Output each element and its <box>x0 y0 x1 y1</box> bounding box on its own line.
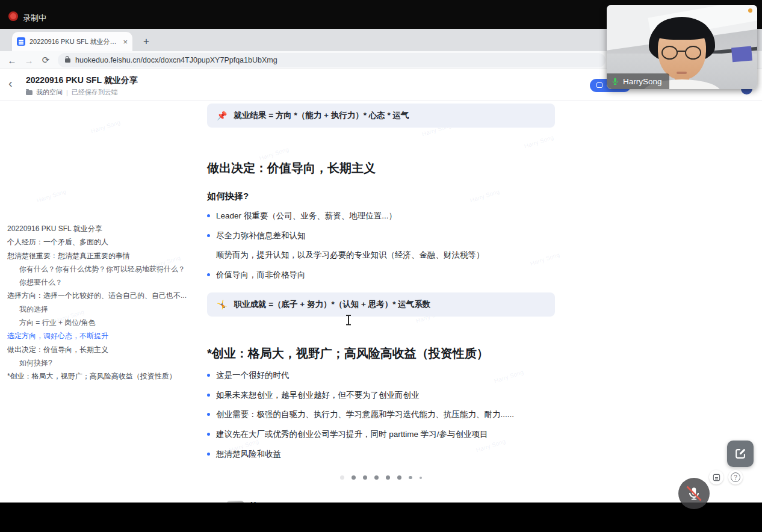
bottom-letterbox <box>0 503 762 532</box>
folder-icon <box>26 90 33 95</box>
mic-muted-icon <box>686 486 702 501</box>
bullet-item: Leader 很重要（公司、业务、薪资、地理位置...） <box>207 210 555 222</box>
new-tab-button[interactable]: + <box>138 34 154 49</box>
bullet-dot-icon <box>207 433 210 436</box>
bullet-dot-icon <box>207 234 210 237</box>
webcam-name: HarrySong <box>623 77 662 86</box>
reload-icon[interactable]: ⟳ <box>39 53 53 67</box>
doc-outline: 20220916 PKU SFL 就业分享 个人经历：一个矛盾、多面的人 想清楚… <box>7 222 201 383</box>
outline-item[interactable]: 20220916 PKU SFL 就业分享 <box>7 222 201 235</box>
address-bar[interactable]: huokeduo.feishu.cn/docx/doxcn4TJ0pupXY7P… <box>58 53 606 67</box>
heading-decision: 做出决定：价值导向，长期主义 <box>207 160 555 176</box>
bullet-text: 价值导向，而非价格导向 <box>216 269 306 281</box>
browser-tab[interactable]: 20220916 PKU SFL 就业分享 - × <box>12 32 132 51</box>
bullet-dot-icon <box>207 214 210 217</box>
docs-favicon-icon <box>17 37 25 46</box>
bullet-item: 建议先在大厂或优秀的创业公司学习提升，同时 parttime 学习/参与创业项目 <box>207 428 555 441</box>
background-screen <box>731 46 752 63</box>
save-status: 已经保存到云端 <box>72 88 118 97</box>
bullet-dot-icon <box>207 374 210 377</box>
bullet-text: 如果未来想创业，越早创业越好，但不要为了创业而创业 <box>216 389 420 401</box>
bullet-text: 创业需要：极强的自驱力、执行力、学习意愿和学习迭代能力、抗压能力、耐力.....… <box>216 409 514 421</box>
outline-item[interactable]: 想清楚很重要：想清楚真正重要的事情 <box>7 249 201 262</box>
doc-back-button[interactable]: ‹ <box>8 77 13 89</box>
help-button[interactable]: ? <box>728 470 743 484</box>
outline-item-active[interactable]: 选定方向，调好心态，不断提升 <box>7 329 201 342</box>
recording-dot-icon <box>8 11 18 21</box>
carousel-dot[interactable] <box>374 475 379 480</box>
callout-text: 职业成就 =（底子 + 努力）*（认知 + 思考）* 运气系数 <box>234 299 430 310</box>
question-mark-icon: ? <box>731 472 740 482</box>
bullet-text: 这是一个很好的时代 <box>216 370 290 382</box>
pushpin-emoji-icon: 📌 <box>217 111 227 120</box>
carousel-dot[interactable] <box>363 475 367 480</box>
webcam-overlay[interactable]: HarrySong <box>607 5 757 89</box>
carousel-dot[interactable] <box>352 475 356 480</box>
doc-body: 📌 就业结果 = 方向 *（能力 + 执行力）* 心态 * 运气 做出决定：价值… <box>207 104 555 519</box>
bullet-item: 价值导向，而非价格导向 <box>207 269 555 281</box>
bullet-dot-icon <box>207 453 210 456</box>
bullet-item: 这是一个很好的时代 <box>207 370 555 382</box>
recording-label: 录制中 <box>23 13 46 23</box>
bullet-dot-icon <box>207 273 210 276</box>
bullet-text: 建议先在大厂或优秀的创业公司学习提升，同时 parttime 学习/参与创业项目 <box>216 428 488 441</box>
bullet-item: 如果未来想创业，越早创业越好，但不要为了创业而创业 <box>207 389 555 401</box>
carousel-dot[interactable] <box>386 475 390 480</box>
breadcrumb-separator: | <box>66 89 68 96</box>
lock-icon <box>65 58 70 63</box>
mic-muted-button[interactable] <box>678 478 710 509</box>
mic-on-icon <box>611 77 619 85</box>
forward-icon[interactable]: → <box>22 53 36 67</box>
breadcrumb[interactable]: 我的空间 <box>36 88 63 97</box>
outline-item[interactable]: 做出决定：价值导向，长期主义 <box>7 343 201 356</box>
carousel-dots <box>207 475 555 480</box>
outline-item[interactable]: 方向 = 行业 + 岗位/角色 <box>7 316 201 329</box>
webcam-name-tag: HarrySong <box>607 73 669 89</box>
outline-item[interactable]: 你有什么？你有什么优势？你可以轻易地获得什么？ <box>7 262 201 276</box>
carousel-dot[interactable] <box>409 476 412 480</box>
bullet-text: 尽全力弥补信息差和认知 <box>216 230 306 242</box>
bullet-text: 想清楚风险和收益 <box>216 448 281 460</box>
callout-text: 就业结果 = 方向 *（能力 + 执行力）* 心态 * 运气 <box>234 110 409 121</box>
carousel-dot[interactable] <box>420 477 422 479</box>
heading-entrepreneurship: *创业：格局大，视野广；高风险高收益（投资性质） <box>207 345 555 362</box>
bullet-text: Leader 很重要（公司、业务、薪资、地理位置...） <box>216 210 397 222</box>
star-icon[interactable]: ☆ <box>120 75 128 84</box>
outline-item[interactable]: 个人经历：一个矛盾、多面的人 <box>7 235 201 249</box>
outline-item[interactable]: 你想要什么？ <box>7 276 201 289</box>
tab-close-icon[interactable]: × <box>123 38 128 46</box>
outline-item[interactable]: 我的选择 <box>7 303 201 316</box>
url-text: huokeduo.feishu.cn/docx/doxcn4TJ0pupXY7P… <box>75 56 277 64</box>
edit-doc-button[interactable] <box>727 441 754 467</box>
subheading-how-to-choose: 如何抉择? <box>207 191 555 202</box>
tab-title: 20220916 PKU SFL 就业分享 - <box>29 37 119 46</box>
carousel-dot[interactable] <box>340 475 344 480</box>
bullet-item: 创业需要：极强的自驱力、执行力、学习意愿和学习迭代能力、抗压能力、耐力.....… <box>207 409 555 421</box>
text-cursor-icon <box>345 315 352 325</box>
callout-block: 📌 就业结果 = 方向 *（能力 + 执行力）* 心态 * 运气 <box>207 104 555 128</box>
pencil-icon <box>734 447 747 460</box>
paragraph-text: 顺势而为，提升认知，以及学习必要的专业知识（经济、金融、财法税等） <box>216 249 555 261</box>
bullet-item: 尽全力弥补信息差和认知 <box>207 230 555 242</box>
outline-item[interactable]: *创业：格局大，视野广；高风险高收益（投资性质） <box>7 370 201 383</box>
feedback-icon <box>713 474 720 481</box>
feedback-button[interactable] <box>709 470 723 484</box>
bullet-item: 想清楚风险和收益 <box>207 448 555 460</box>
outline-item[interactable]: 选择方向：选择一个比较好的、适合自己的、自己也不... <box>7 289 201 302</box>
carousel-dot[interactable] <box>397 475 401 480</box>
camera-active-dot <box>748 8 752 13</box>
person-emoji-icon: 🤸 <box>217 300 227 309</box>
callout-block: 🤸 职业成就 =（底子 + 努力）*（认知 + 思考）* 运气系数 <box>207 292 555 317</box>
outline-item[interactable]: 如何抉择? <box>7 356 201 370</box>
back-icon[interactable]: ← <box>5 53 19 67</box>
bullet-dot-icon <box>207 394 210 397</box>
bullet-dot-icon <box>207 413 210 416</box>
